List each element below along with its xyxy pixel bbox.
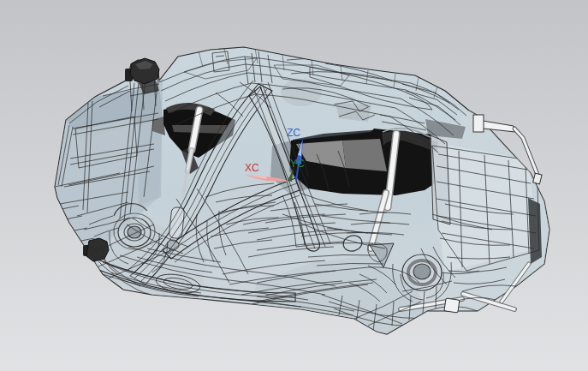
svg-text:ZC: ZC xyxy=(287,127,300,139)
svg-text:YC: YC xyxy=(290,158,305,170)
svg-text:XC: XC xyxy=(245,162,259,174)
